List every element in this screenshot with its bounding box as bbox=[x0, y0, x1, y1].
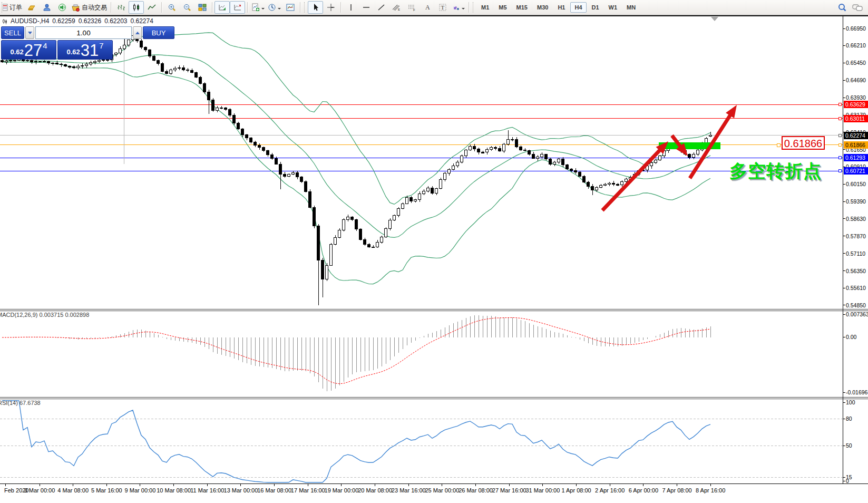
volume-increase-button[interactable] bbox=[133, 26, 142, 39]
tile-windows-icon bbox=[198, 3, 207, 12]
crosshair-icon bbox=[327, 3, 335, 12]
tf-M15-button[interactable]: M15 bbox=[512, 2, 532, 13]
zoom-out-icon bbox=[183, 3, 191, 12]
chart-title-bar: AUDUSD-,H4 0.62259 0.62326 0.62203 0.622… bbox=[3, 17, 153, 25]
triangle-up-icon bbox=[135, 32, 140, 34]
toolbar-separator bbox=[161, 2, 162, 13]
buy-price-button[interactable]: 0.62 31 7 bbox=[57, 40, 113, 60]
fibonacci-icon: F bbox=[407, 3, 416, 12]
market-watch-button[interactable] bbox=[39, 1, 54, 14]
bar-chart-button[interactable] bbox=[113, 1, 129, 14]
ohlc-open: 0.62259 bbox=[52, 17, 75, 25]
trendline-button[interactable] bbox=[374, 1, 389, 14]
search-button[interactable] bbox=[834, 1, 850, 14]
buy-price-small: 0.62 bbox=[66, 48, 80, 56]
sell-button[interactable]: SELL bbox=[1, 26, 24, 39]
new-order-button[interactable]: 订单 bbox=[1, 1, 24, 14]
sell-price-sup: 4 bbox=[43, 41, 47, 50]
toolbar-drag-handle bbox=[473, 2, 475, 13]
templates-icon bbox=[286, 3, 295, 12]
horizontal-line-button[interactable] bbox=[358, 1, 374, 14]
chat-button[interactable] bbox=[850, 1, 865, 14]
tf-M30-button[interactable]: M30 bbox=[533, 2, 552, 13]
sell-price-button[interactable]: 0.62 27 4 bbox=[1, 40, 56, 60]
toolbar-drag-handle bbox=[304, 2, 306, 13]
periods-button[interactable] bbox=[266, 1, 282, 14]
ohlc-low: 0.62203 bbox=[104, 17, 127, 25]
mt4-terminal: { "toolbar": { "new_order_label": "订单", … bbox=[0, 0, 868, 503]
rsi-pane-label: RSI(14) 67.6738 bbox=[0, 400, 41, 406]
cursor-icon bbox=[311, 3, 320, 12]
profile-icon bbox=[27, 3, 36, 12]
tile-windows-button[interactable] bbox=[194, 1, 210, 14]
chart-shift-marker[interactable] bbox=[711, 17, 718, 21]
triangle-down-icon bbox=[28, 32, 32, 34]
sound-button[interactable] bbox=[54, 1, 70, 14]
chevron-down-icon bbox=[278, 8, 281, 11]
auto-trading-icon bbox=[71, 4, 80, 12]
templates-button[interactable] bbox=[282, 1, 298, 14]
sell-price-small: 0.62 bbox=[10, 48, 23, 56]
fibonacci-button[interactable]: F bbox=[404, 1, 420, 14]
chat-icon bbox=[852, 3, 863, 12]
new-order-label: 订单 bbox=[9, 3, 22, 12]
tf-M5-button[interactable]: M5 bbox=[494, 2, 511, 13]
auto-scroll-button[interactable] bbox=[214, 1, 230, 14]
cursor-button[interactable] bbox=[308, 1, 323, 14]
auto-scroll-icon bbox=[218, 3, 227, 12]
svg-text:A: A bbox=[425, 4, 430, 11]
tf-MN-button[interactable]: MN bbox=[622, 2, 640, 13]
equidistant-channel-button[interactable]: E bbox=[389, 1, 404, 14]
chevron-down-icon bbox=[261, 8, 265, 11]
tf-H1-button[interactable]: H1 bbox=[553, 2, 569, 13]
label-button[interactable]: T bbox=[435, 1, 450, 14]
sound-icon bbox=[58, 3, 66, 12]
cn-annotation-text: 多空转折点 bbox=[729, 159, 822, 183]
candlestick-chart-button[interactable] bbox=[129, 1, 144, 14]
zoom-in-icon bbox=[168, 3, 176, 12]
arrows-button[interactable] bbox=[450, 1, 466, 14]
crosshair-button[interactable] bbox=[323, 1, 338, 14]
tf-M1-button[interactable]: M1 bbox=[477, 2, 493, 13]
line-chart-button[interactable] bbox=[144, 1, 159, 14]
indicators-button[interactable] bbox=[250, 1, 266, 14]
auto-trading-button[interactable]: 自动交易 bbox=[70, 1, 109, 14]
chart-shift-icon bbox=[233, 3, 242, 12]
bar-chart-icon bbox=[117, 3, 125, 12]
tf-D1-button[interactable]: D1 bbox=[588, 2, 603, 13]
search-icon bbox=[837, 3, 847, 12]
svg-text:E: E bbox=[398, 8, 400, 11]
price-tag-connector bbox=[777, 143, 781, 147]
new-order-icon bbox=[3, 4, 8, 11]
profile-button[interactable] bbox=[24, 1, 39, 14]
text-icon: A bbox=[423, 3, 432, 12]
svg-text:F: F bbox=[413, 8, 415, 12]
chart-symbol-period: AUDUSD-,H4 bbox=[11, 17, 49, 25]
ohlc-close: 0.62274 bbox=[131, 17, 153, 25]
arrows-icon bbox=[452, 3, 460, 12]
one-click-trade-panel: SELL BUY 0.62 27 4 0.62 31 7 bbox=[1, 26, 113, 60]
zoom-in-button[interactable] bbox=[164, 1, 179, 14]
buy-price-big: 31 bbox=[81, 43, 99, 58]
tf-W1-button[interactable]: W1 bbox=[604, 2, 622, 13]
price-tag-061866[interactable]: 0.61866 bbox=[782, 136, 825, 150]
chart-window-icon bbox=[3, 18, 7, 24]
periods-clock-icon bbox=[268, 3, 276, 12]
chart-canvas[interactable] bbox=[0, 0, 868, 503]
vertical-line-button[interactable] bbox=[343, 1, 358, 14]
indicators-icon bbox=[251, 3, 260, 12]
ohlc-high: 0.62326 bbox=[79, 17, 101, 25]
tf-H4-button[interactable]: H4 bbox=[570, 2, 586, 13]
volume-input[interactable] bbox=[35, 26, 132, 39]
buy-button[interactable]: BUY bbox=[143, 26, 174, 39]
line-chart-icon bbox=[148, 3, 156, 12]
main-toolbar: 订单 自动交易 E F A T M1M5M15M30H1H4D1W1MN bbox=[0, 0, 868, 15]
text-button[interactable]: A bbox=[420, 1, 435, 14]
chart-shift-button[interactable] bbox=[230, 1, 245, 14]
vertical-line-icon bbox=[347, 3, 355, 12]
market-watch-icon bbox=[43, 3, 51, 12]
volume-decrease-button[interactable] bbox=[25, 26, 34, 39]
trendline-icon bbox=[377, 3, 386, 12]
zoom-out-button[interactable] bbox=[179, 1, 194, 14]
svg-text:T: T bbox=[441, 4, 444, 11]
